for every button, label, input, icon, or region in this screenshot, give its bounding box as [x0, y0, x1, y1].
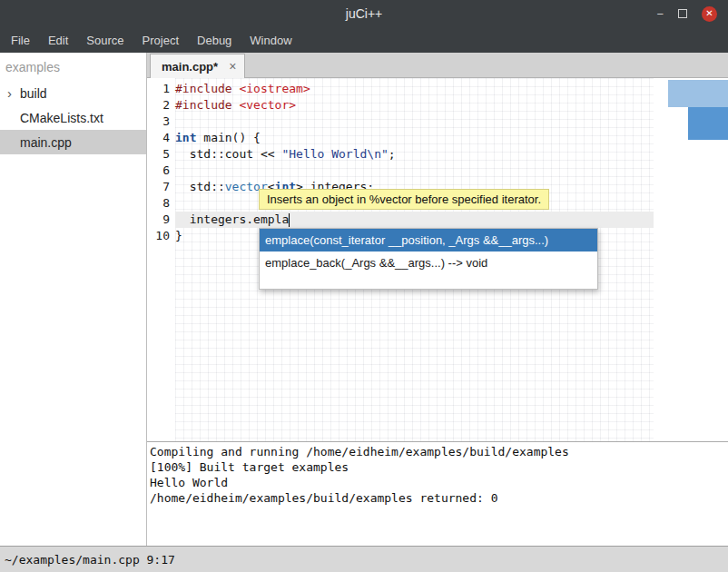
line-number: 3	[147, 113, 175, 130]
minimize-icon[interactable]: −	[656, 8, 664, 20]
code-token: main() {	[196, 131, 260, 144]
menu-item-file[interactable]: File	[2, 27, 39, 53]
line-number: 9	[147, 212, 175, 228]
menu-item-window[interactable]: Window	[241, 27, 300, 53]
tab-bar: main.cpp* ×	[147, 53, 728, 78]
code-token: #include	[175, 82, 232, 95]
text-cursor	[289, 213, 290, 227]
window-title: juCi++	[0, 6, 728, 21]
code-token: ;	[389, 147, 396, 161]
code-editor[interactable]: 12345678910 #include <iostream>#include …	[147, 78, 728, 441]
line-number: 4	[147, 130, 175, 146]
code-token: std::	[175, 180, 225, 193]
doc-tooltip: Inserts an object in %vector before spec…	[259, 189, 549, 210]
line-number: 7	[147, 179, 175, 195]
code-line: int main() {	[175, 130, 654, 146]
code-line	[175, 163, 654, 179]
code-line: integers.empla	[175, 212, 654, 228]
menu-item-project[interactable]: Project	[133, 27, 188, 53]
code-token: integers.empla	[175, 212, 289, 226]
terminal-output[interactable]: Compiling and running /home/eidheim/exam…	[147, 441, 728, 546]
terminal-line: Compiling and running /home/eidheim/exam…	[150, 444, 725, 459]
code-line: #include <vector>	[175, 97, 654, 113]
line-number: 8	[147, 195, 175, 212]
terminal-line: /home/eidheim/examples/build/examples re…	[150, 490, 725, 506]
line-number-gutter: 12345678910	[147, 78, 175, 441]
scrollbar-track[interactable]	[668, 80, 728, 107]
completion-item[interactable]: emplace_back(_Args &&__args...) --> void	[260, 251, 597, 274]
content-area: examples ›buildCMakeLists.txtmain.cpp ma…	[0, 53, 728, 546]
code-line: std::cout << "Hello World\n";	[175, 146, 654, 163]
code-token: "Hello World\n"	[281, 147, 388, 161]
terminal-line: [100%] Built target examples	[150, 459, 725, 475]
chevron-right-icon[interactable]: ›	[7, 86, 12, 100]
menu-item-edit[interactable]: Edit	[39, 27, 77, 53]
scrollbar-thumb[interactable]	[688, 107, 728, 140]
code-token: int	[175, 131, 196, 144]
tab-close-icon[interactable]: ×	[229, 60, 236, 73]
project-name: examples	[0, 53, 146, 81]
tree-item-cmakelists-txt[interactable]: CMakeLists.txt	[0, 105, 146, 130]
menu-item-debug[interactable]: Debug	[188, 27, 241, 53]
tab-label: main.cpp*	[162, 60, 218, 74]
completion-item[interactable]: emplace(const_iterator __position, _Args…	[260, 229, 597, 251]
app-window: juCi++ − ✕ FileEditSourceProjectDebugWin…	[0, 0, 728, 572]
restore-icon[interactable]	[678, 9, 687, 18]
sidebar: examples ›buildCMakeLists.txtmain.cpp	[0, 53, 147, 546]
tree-item-label: main.cpp	[20, 135, 72, 150]
line-number: 1	[147, 81, 175, 97]
line-number: 2	[147, 97, 175, 113]
code-token: <vector>	[239, 98, 296, 112]
code-token: }	[175, 229, 182, 242]
status-text: ~/examples/main.cpp 9:17	[5, 553, 175, 567]
close-icon[interactable]: ✕	[702, 6, 717, 22]
tree-item-label: build	[20, 86, 47, 101]
status-bar: ~/examples/main.cpp 9:17	[0, 546, 728, 572]
code-token: <iostream>	[239, 82, 310, 95]
file-tree: ›buildCMakeLists.txtmain.cpp	[0, 81, 146, 154]
tree-item-main-cpp[interactable]: main.cpp	[0, 130, 146, 154]
code-token: std::cout <<	[175, 147, 281, 161]
title-bar: juCi++ − ✕	[0, 0, 728, 27]
window-controls: − ✕	[656, 6, 728, 22]
code-line: #include <iostream>	[175, 81, 654, 97]
code-line	[175, 113, 654, 130]
completion-popup: emplace(const_iterator __position, _Args…	[259, 228, 598, 290]
line-number: 6	[147, 163, 175, 179]
menu-item-source[interactable]: Source	[77, 27, 133, 53]
code-token: #include	[175, 98, 232, 112]
tree-item-build[interactable]: ›build	[0, 81, 146, 105]
menu-bar: FileEditSourceProjectDebugWindow	[0, 27, 728, 53]
line-number: 10	[147, 228, 175, 244]
line-number: 5	[147, 146, 175, 163]
terminal-line: Hello World	[150, 475, 725, 490]
editor-column: main.cpp* × 12345678910 #include <iostre…	[147, 53, 728, 546]
tree-item-label: CMakeLists.txt	[20, 111, 103, 125]
tab-main-cpp[interactable]: main.cpp* ×	[150, 54, 245, 78]
